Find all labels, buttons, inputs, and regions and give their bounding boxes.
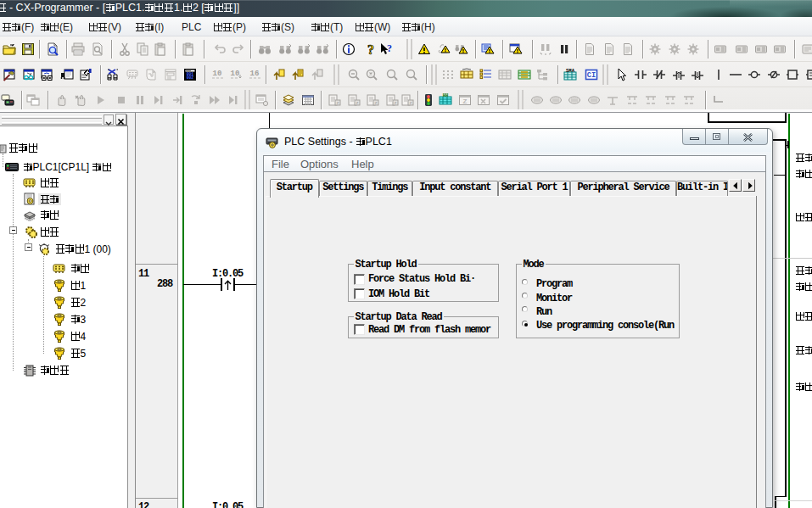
- svg-text:z: z: [410, 100, 412, 105]
- svg-text:002: 002: [187, 75, 194, 80]
- svg-text:?: ?: [387, 42, 392, 54]
- svg-text:SMA: SMA: [566, 68, 575, 74]
- svg-text:z: z: [395, 100, 397, 105]
- svg-text:CI: CI: [587, 71, 596, 80]
- svg-text:z: z: [375, 100, 378, 105]
- svg-text:z: z: [356, 100, 359, 105]
- svg-text:?: ?: [367, 42, 374, 56]
- svg-text:10: 10: [213, 70, 222, 78]
- svg-text:10: 10: [231, 70, 240, 78]
- svg-text:Z: Z: [463, 98, 468, 105]
- svg-text:16: 16: [250, 70, 260, 78]
- svg-text:HH: HH: [443, 93, 448, 98]
- svg-text:z: z: [337, 100, 339, 105]
